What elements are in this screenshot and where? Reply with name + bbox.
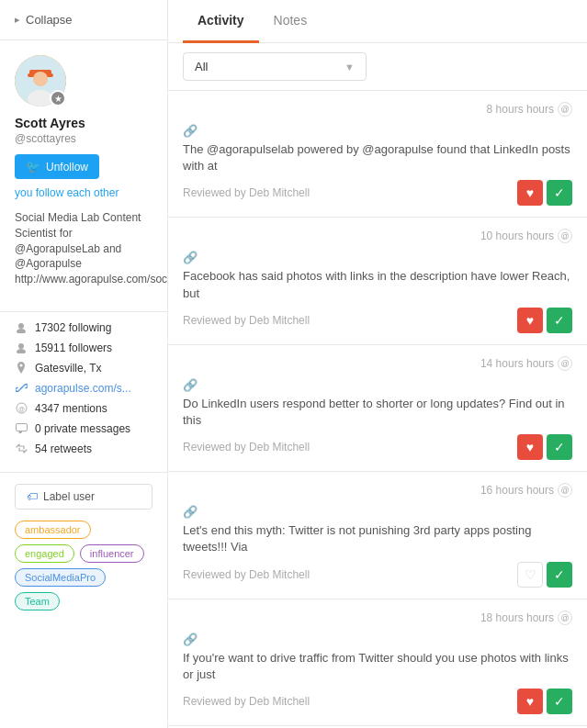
tag-ambassador[interactable]: ambassador [15,521,91,539]
stat-link: agorapulse.com/s... [15,382,152,395]
tag-socialmediapro[interactable]: SocialMediaPro [15,568,106,587]
time-label: 10 hours hours [480,230,554,242]
tags-list: ambassador engaged influencer SocialMedi… [15,521,152,610]
tab-activity[interactable]: Activity [183,0,259,43]
stat-following: 17302 following [15,321,152,334]
svg-point-9 [17,349,26,353]
tab-notes[interactable]: Notes [259,0,322,43]
sidebar: ▸ Collapse [0,0,168,728]
link-icon: 🔗 [183,378,572,392]
activity-item: 8 hours hours hours @ 🔗 The @agorapulsel… [168,91,587,218]
stat-followers: 15911 followers [15,342,152,354]
retweet-icon [15,442,28,455]
item-content: Let's end this myth: Twitter is not puni… [183,522,572,555]
link-icon: 🔗 [183,124,572,138]
item-actions: ♥ ✓ [517,689,572,714]
link-icon: 🔗 [183,633,572,646]
item-footer: Reviewed by Deb Mitchell ♥ ✓ [183,689,572,714]
location-value: Gatesville, Tx [35,362,101,375]
twitter-icon: 🐦 [26,160,40,174]
star-badge: ★ [50,90,66,106]
profile-handle: @scottayres [15,132,152,145]
activity-item: 10 hours hours hours @ 🔗 Facebook has sa… [168,218,587,344]
reviewed-by: Reviewed by Deb Mitchell [183,568,310,581]
followers-value: 15911 followers [35,342,112,354]
reviewed-by: Reviewed by Deb Mitchell [183,186,310,199]
at-icon: @ [558,610,572,625]
heart-button[interactable]: ♡ [517,562,543,588]
message-icon [15,422,28,435]
activity-item: 18 hours hours hours @ 🔗 If you're want … [168,599,587,726]
item-footer: Reviewed by Deb Mitchell ♡ ✓ [183,562,572,588]
stat-retweets: 54 retweets [15,442,152,455]
stat-messages: 0 private messages [15,422,152,435]
check-button[interactable]: ✓ [547,180,572,206]
item-actions: ♡ ✓ [517,562,572,588]
check-button[interactable]: ✓ [547,562,572,588]
profile-name: Scott Ayres [15,116,152,130]
svg-point-6 [18,323,24,329]
check-button[interactable]: ✓ [547,434,572,460]
heart-button[interactable]: ♥ [517,689,543,714]
unfollow-label: Unfollow [46,161,88,174]
reviewed-by: Reviewed by Deb Mitchell [183,695,310,708]
time-label: 8 hours hours [487,103,554,116]
at-icon: @ [15,402,28,415]
chevron-right-icon: ▸ [15,14,20,26]
activity-item: 16 hours hours hours @ 🔗 Let's end this … [168,472,587,599]
avatar-wrapper: ★ [15,55,66,106]
reviewed-by: Reviewed by Deb Mitchell [183,314,310,327]
at-icon: @ [558,483,572,498]
tag-team[interactable]: Team [15,592,60,610]
person-icon [15,321,28,334]
svg-point-7 [17,329,26,333]
unfollow-button[interactable]: 🐦 Unfollow [15,154,99,179]
svg-rect-12 [16,424,27,431]
heart-button[interactable]: ♥ [517,308,543,333]
check-button[interactable]: ✓ [547,308,572,333]
person-icon-2 [15,342,28,354]
item-header: 14 hours hours hours @ [183,356,572,371]
item-content: Facebook has said photos with links in t… [183,268,572,301]
tag-influencer[interactable]: influencer [80,544,144,563]
dropdown-icon: ▼ [344,62,355,73]
activity-item: 14 hours hours hours @ 🔗 Do LinkedIn use… [168,345,587,472]
label-icon: 🏷 [27,490,38,503]
tabs: Activity Notes [168,0,587,43]
link-icon: 🔗 [183,251,572,264]
item-actions: ♥ ✓ [517,434,572,460]
item-content: The @agorapulselab powered by @agorapuls… [183,141,572,174]
profile-section: ★ Scott Ayres @scottayres 🐦 Unfollow you… [0,40,167,312]
check-button[interactable]: ✓ [547,689,572,714]
link-icon [15,382,28,395]
filter-label: All [195,60,208,73]
heart-button[interactable]: ♥ [517,180,543,206]
following-value: 17302 following [35,321,111,334]
label-user-text: Label user [43,490,95,503]
label-user-button[interactable]: 🏷 Label user [15,484,152,510]
collapse-button[interactable]: ▸ Collapse [0,0,167,40]
item-header: 10 hours hours hours @ [183,229,572,243]
stat-location: Gatesville, Tx [15,362,152,375]
stats-section: 17302 following 15911 followers Gatesvil… [0,312,167,473]
item-header: 16 hours hours hours @ [183,483,572,498]
item-content: If you're want to drive traffic from Twi… [183,650,572,683]
location-icon [15,362,28,375]
link-icon: 🔗 [183,505,572,519]
mentions-value: 4347 mentions [35,402,107,415]
time-label: 14 hours hours [480,357,554,370]
tag-engaged[interactable]: engaged [15,544,74,563]
svg-point-4 [33,72,48,86]
stat-mentions: @ 4347 mentions [15,402,152,415]
link-value: agorapulse.com/s... [35,382,131,395]
svg-text:@: @ [17,406,24,412]
filter-select[interactable]: All ▼ [183,52,367,81]
reviewed-by: Reviewed by Deb Mitchell [183,441,310,454]
item-actions: ♥ ✓ [517,308,572,333]
filter-bar: All ▼ [168,43,587,91]
time-label: 18 hours hours [480,611,554,624]
labels-section: 🏷 Label user ambassador engaged influenc… [0,473,167,622]
heart-button[interactable]: ♥ [517,434,543,460]
item-actions: ♥ ✓ [517,180,572,206]
item-content: Do LinkedIn users respond better to shor… [183,396,572,429]
